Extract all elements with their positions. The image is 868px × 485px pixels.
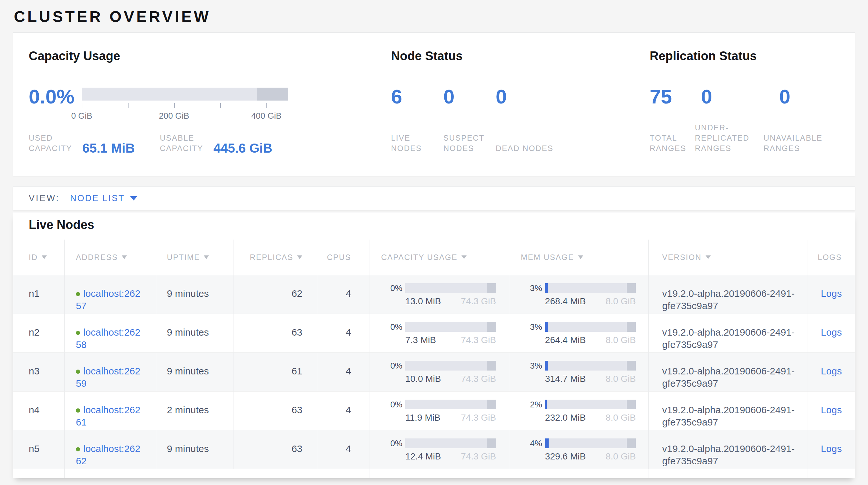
column-header-label: ADDRESS — [76, 253, 118, 262]
mem-used-value: 264.4 MiB — [545, 335, 586, 345]
chevron-down-icon — [130, 196, 137, 200]
sort-arrow-icon — [42, 255, 47, 259]
node-capacity-usage-cell: 0% 12.4 MiB 74.3 GiB — [369, 430, 509, 469]
capacity-usage-bar — [405, 361, 496, 371]
node-uptime-cell: 9 minutes — [156, 353, 233, 391]
mem-usage-bar — [545, 400, 636, 409]
cluster-summary-card: Capacity Usage 0.0% 0 GiB200 GiB400 GiB … — [13, 32, 855, 176]
node-live-status-icon — [76, 370, 80, 374]
column-header-uptime[interactable]: UPTIME — [156, 239, 233, 275]
capacity-total-value: 74.3 GiB — [461, 335, 496, 345]
mem-used-value: 232.0 MiB — [545, 413, 586, 423]
mem-bar-fill — [545, 400, 547, 409]
used-capacity-stat: USED CAPACITY 65.1 MiB — [29, 133, 160, 153]
capacity-used-percent: 0.0% — [29, 86, 82, 107]
mem-bar-reserved-segment — [627, 361, 636, 371]
capacity-total-value: 74.3 GiB — [461, 452, 496, 461]
capacity-percent-label: 0% — [381, 398, 402, 411]
capacity-usage-bar — [405, 283, 496, 293]
capacity-bar-reserved-segment — [487, 361, 496, 371]
live-nodes-panel: Live Nodes ID ADDRESS UPTIME REPLICAS CP… — [13, 212, 855, 478]
suspect-nodes-count: 0 — [443, 86, 496, 107]
node-address-link[interactable]: localhost:26258 — [76, 327, 141, 350]
capacity-used-value: 10.0 MiB — [405, 374, 441, 384]
column-header-version[interactable]: VERSION — [648, 239, 808, 275]
node-logs-link[interactable]: Logs — [821, 327, 842, 338]
live-nodes-count: 6 — [391, 86, 443, 107]
column-header-label: CAPACITY USAGE — [381, 253, 458, 262]
column-header-logs: LOGS — [808, 239, 855, 275]
node-capacity-usage-cell: 0% 13.0 MiB 74.3 GiB — [369, 275, 509, 314]
capacity-bar — [82, 88, 288, 101]
node-logs-link[interactable]: Logs — [821, 288, 842, 299]
node-version-cell: v19.2.0-alpha.20190606-2491-gfe735c9a97 — [648, 430, 808, 469]
column-header-cpus: CPUS — [318, 239, 369, 275]
node-uptime-cell: 2 minutes — [156, 392, 233, 430]
axis-tick — [128, 103, 128, 108]
mem-bar-reserved-segment — [627, 438, 636, 448]
capacity-total-value: 74.3 GiB — [461, 413, 496, 423]
node-replicas-cell: 63 — [233, 392, 318, 430]
node-address-link[interactable]: localhost:26262 — [76, 443, 141, 466]
column-header-label: VERSION — [662, 253, 702, 262]
mem-used-value: 314.7 MiB — [545, 374, 586, 384]
table-body: n1 localhost:26257 9 minutes 62 4 0% 13.… — [13, 275, 855, 469]
node-address-link[interactable]: localhost:26259 — [76, 366, 141, 389]
table-row: n3 localhost:26259 9 minutes 61 4 0% 10.… — [13, 353, 855, 392]
node-replicas-cell: 63 — [233, 430, 318, 469]
node-id-cell: n1 — [13, 275, 64, 314]
axis-tick-label: 0 GiB — [71, 111, 92, 121]
node-id-cell: n3 — [13, 353, 64, 391]
node-address-link[interactable]: localhost:26257 — [76, 288, 141, 311]
node-address-cell: localhost:26259 — [64, 353, 156, 391]
mem-percent-label: 2% — [521, 398, 542, 411]
mem-total-value: 8.0 GiB — [606, 413, 636, 423]
node-status-title: Node Status — [391, 49, 646, 63]
view-dropdown-value: NODE LIST — [70, 193, 125, 203]
column-header-replicas[interactable]: REPLICAS — [233, 239, 318, 275]
node-address-link[interactable]: localhost:26261 — [76, 404, 141, 427]
node-live-status-icon — [76, 447, 80, 451]
node-id-cell: n5 — [13, 430, 64, 469]
node-id-cell: n2 — [13, 314, 64, 352]
node-uptime-cell: 9 minutes — [156, 275, 233, 314]
node-address-cell: localhost:26257 — [64, 275, 156, 314]
column-header-id[interactable]: ID — [13, 239, 64, 275]
view-dropdown[interactable]: NODE LIST — [70, 193, 137, 203]
capacity-bar-reserved-segment — [487, 283, 496, 293]
mem-percent-label: 3% — [521, 282, 542, 294]
column-header-address[interactable]: ADDRESS — [64, 239, 156, 275]
capacity-used-value: 12.4 MiB — [405, 452, 441, 461]
node-uptime-cell: 9 minutes — [156, 314, 233, 352]
node-capacity-usage-cell: 0% 7.3 MiB 74.3 GiB — [369, 314, 509, 352]
column-header-label: LOGS — [817, 253, 842, 262]
node-logs-link[interactable]: Logs — [821, 366, 842, 376]
dead-nodes-label: DEAD NODES — [496, 143, 554, 153]
capacity-bar-reserved-segment — [487, 438, 496, 448]
node-logs-cell: Logs — [808, 430, 855, 469]
usable-capacity-stat: USABLE CAPACITY 445.6 GiB — [160, 133, 272, 153]
column-header-capacity[interactable]: CAPACITY USAGE — [369, 239, 509, 275]
capacity-percent-label: 0% — [381, 360, 402, 372]
node-cpus-cell: 4 — [318, 430, 369, 469]
node-cpus-cell: 4 — [318, 353, 369, 391]
sort-arrow-icon — [461, 255, 467, 259]
column-header-label: ID — [29, 253, 38, 262]
mem-usage-bar — [545, 283, 636, 293]
mem-bar-fill — [545, 361, 548, 371]
mem-percent-label: 4% — [521, 437, 542, 450]
node-cpus-cell: 4 — [318, 314, 369, 352]
node-address-cell: localhost:26261 — [64, 392, 156, 430]
column-header-mem[interactable]: MEM USAGE — [509, 239, 648, 275]
mem-usage-bar — [545, 322, 636, 332]
node-logs-link[interactable]: Logs — [821, 443, 842, 454]
capacity-usage-section: Capacity Usage 0.0% 0 GiB200 GiB400 GiB … — [29, 33, 377, 153]
page-title: CLUSTER OVERVIEW — [14, 8, 211, 26]
node-version-cell: v19.2.0-alpha.20190606-2491-gfe735c9a97 — [648, 392, 808, 430]
capacity-usage-bar — [405, 322, 496, 332]
node-logs-link[interactable]: Logs — [821, 404, 842, 415]
capacity-used-value: 13.0 MiB — [405, 296, 441, 306]
table-row: n2 localhost:26258 9 minutes 63 4 0% 7.3… — [13, 314, 855, 353]
unavailable-ranges-label: UNAVAILABLE RANGES — [764, 133, 850, 153]
node-status-section: Node Status 6 0 0 LIVE NODES SUSPECT NOD… — [391, 33, 646, 153]
